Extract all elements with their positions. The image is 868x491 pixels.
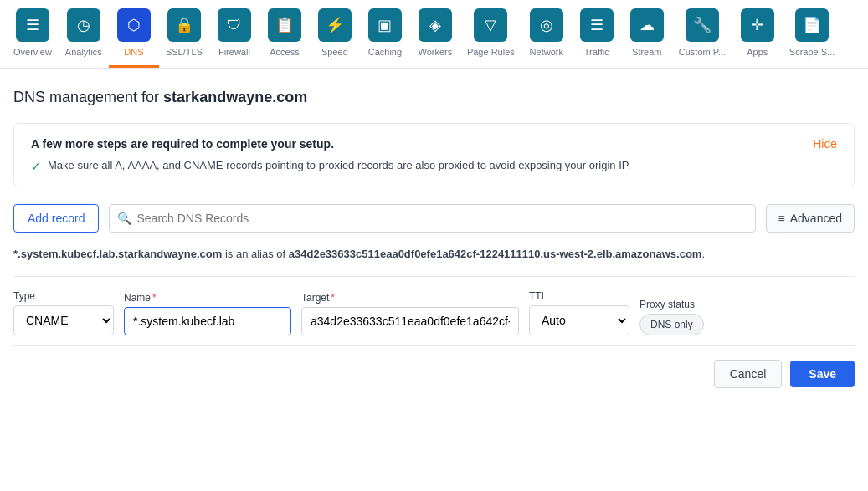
alias-info: *.system.kubecf.lab.starkandwayne.com is… xyxy=(13,246,855,263)
ttl-label: TTL xyxy=(529,290,629,302)
nav-label-overview: Overview xyxy=(13,47,52,57)
nav-item-custom[interactable]: 🔧 Custom P... xyxy=(672,0,732,68)
check-icon: ✓ xyxy=(31,160,41,173)
proxy-status-label: Proxy status xyxy=(639,299,704,310)
nav-label-caching: Caching xyxy=(368,47,402,57)
alias-target: a34d2e33633c511eaa0df0efe1a642cf-1224111… xyxy=(289,248,702,260)
nav-label-access: Access xyxy=(270,47,299,57)
nav-item-overview[interactable]: ☰ Overview xyxy=(7,0,59,68)
navigation-bar: ☰ Overview ◷ Analytics ⬡ DNS 🔒 SSL/TLS 🛡… xyxy=(0,0,868,69)
alias-record: *.system.kubecf.lab.starkandwayne.com xyxy=(13,248,222,260)
banner-header: A few more steps are required to complet… xyxy=(31,137,837,151)
title-prefix: DNS management for xyxy=(13,89,159,105)
nav-item-dns[interactable]: ⬡ DNS xyxy=(109,0,159,68)
nav-item-scrape[interactable]: 📄 Scrape S... xyxy=(783,0,841,68)
nav-item-speed[interactable]: ⚡ Speed xyxy=(310,0,360,68)
nav-item-traffic[interactable]: ☰ Traffic xyxy=(572,0,622,68)
nav-item-apps[interactable]: ✛ Apps xyxy=(732,0,783,68)
page-title: DNS management for starkandwayne.com xyxy=(13,89,855,106)
nav-icon-access: 📋 xyxy=(268,8,301,42)
nav-icon-network: ◎ xyxy=(530,8,563,42)
alias-connector: is an alias of xyxy=(225,248,289,260)
banner-item-text: Make sure all A, AAAA, and CNAME records… xyxy=(48,159,630,171)
nav-label-ssl: SSL/TLS xyxy=(166,47,203,57)
nav-item-network[interactable]: ◎ Network xyxy=(521,0,572,68)
advanced-button[interactable]: ≡ Advanced xyxy=(766,204,855,233)
advanced-label: Advanced xyxy=(790,212,842,225)
nav-item-analytics[interactable]: ◷ Analytics xyxy=(59,0,109,68)
ttl-select[interactable]: Auto xyxy=(529,305,629,335)
banner-item: ✓ Make sure all A, AAAA, and CNAME recor… xyxy=(31,159,837,173)
nav-icon-overview: ☰ xyxy=(16,8,49,42)
ttl-field-group: TTL Auto xyxy=(529,290,629,335)
form-actions: Cancel Save xyxy=(13,345,855,388)
nav-icon-ssl: 🔒 xyxy=(167,8,201,42)
banner-title: A few more steps are required to complet… xyxy=(31,137,334,151)
nav-item-pagerules[interactable]: ▽ Page Rules xyxy=(460,0,521,68)
nav-item-workers[interactable]: ◈ Workers xyxy=(410,0,460,68)
nav-icon-firewall: 🛡 xyxy=(218,8,251,42)
nav-icon-apps: ✛ xyxy=(741,8,774,42)
nav-label-pagerules: Page Rules xyxy=(467,47,515,57)
nav-label-analytics: Analytics xyxy=(65,47,102,57)
nav-label-traffic: Traffic xyxy=(584,47,609,57)
add-record-button[interactable]: Add record xyxy=(13,204,99,233)
nav-item-firewall[interactable]: 🛡 Firewall xyxy=(209,0,259,68)
nav-icon-traffic: ☰ xyxy=(580,8,614,42)
nav-icon-custom: 🔧 xyxy=(686,8,719,42)
save-button[interactable]: Save xyxy=(790,361,855,387)
domain-name: starkandwayne.com xyxy=(163,89,307,105)
nav-icon-stream: ☁ xyxy=(630,8,664,42)
nav-item-caching[interactable]: ▣ Caching xyxy=(360,0,410,68)
nav-icon-pagerules: ▽ xyxy=(474,8,507,42)
page-content: DNS management for starkandwayne.com A f… xyxy=(0,69,868,408)
nav-label-firewall: Firewall xyxy=(218,47,250,57)
form-fields: Type CNAME Name* Target* TTL xyxy=(13,290,855,335)
target-field-group: Target* xyxy=(301,292,519,335)
nav-label-custom: Custom P... xyxy=(679,47,726,57)
setup-banner: A few more steps are required to complet… xyxy=(13,123,855,187)
search-icon: 🔍 xyxy=(117,212,131,225)
type-select[interactable]: CNAME xyxy=(13,305,114,335)
cancel-button[interactable]: Cancel xyxy=(714,360,783,388)
nav-label-stream: Stream xyxy=(632,47,661,57)
target-input[interactable] xyxy=(301,307,519,335)
search-wrapper: 🔍 xyxy=(109,204,755,233)
nav-icon-speed: ⚡ xyxy=(318,8,352,42)
nav-icon-caching: ▣ xyxy=(368,8,402,42)
nav-icon-scrape: 📄 xyxy=(795,8,829,42)
list-icon: ≡ xyxy=(778,212,785,225)
nav-label-speed: Speed xyxy=(321,47,348,57)
name-field-group: Name* xyxy=(124,292,291,335)
type-field-group: Type CNAME xyxy=(13,290,114,335)
dns-only-badge: DNS only xyxy=(639,314,704,335)
nav-label-workers: Workers xyxy=(419,47,453,57)
nav-label-dns: DNS xyxy=(124,47,143,57)
nav-icon-dns: ⬡ xyxy=(117,8,151,42)
proxy-status-field-group: Proxy status DNS only xyxy=(639,299,704,335)
type-label: Type xyxy=(13,290,114,302)
dns-toolbar: Add record 🔍 ≡ Advanced xyxy=(13,204,855,233)
search-input[interactable] xyxy=(109,204,755,233)
nav-label-scrape: Scrape S... xyxy=(789,47,835,57)
nav-label-apps: Apps xyxy=(747,47,768,57)
nav-item-ssl[interactable]: 🔒 SSL/TLS xyxy=(159,0,209,68)
hide-link[interactable]: Hide xyxy=(813,137,837,151)
name-label: Name* xyxy=(124,292,291,304)
nav-icon-analytics: ◷ xyxy=(67,8,100,42)
name-input[interactable] xyxy=(124,307,291,335)
nav-label-network: Network xyxy=(530,47,563,57)
nav-item-stream[interactable]: ☁ Stream xyxy=(622,0,672,68)
nav-item-access[interactable]: 📋 Access xyxy=(259,0,310,68)
dns-form: Type CNAME Name* Target* TTL xyxy=(13,276,855,388)
nav-icon-workers: ◈ xyxy=(419,8,452,42)
target-label: Target* xyxy=(301,292,519,304)
